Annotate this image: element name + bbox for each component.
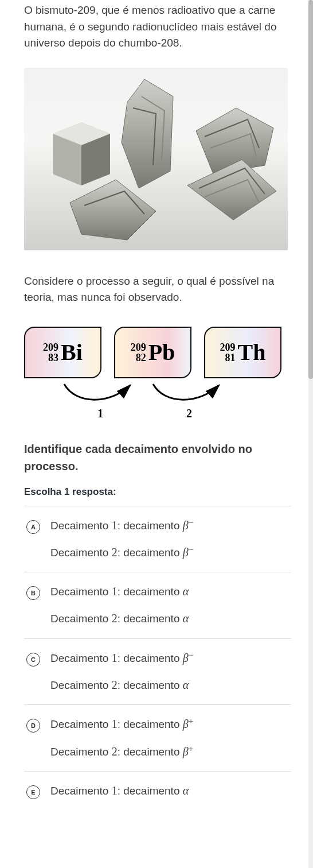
scrollbar[interactable] — [308, 0, 313, 868]
intro-paragraph: O bismuto-209, que é menos radioativo qu… — [24, 2, 291, 52]
option-letter-badge: A — [26, 520, 40, 534]
nuclide-tile-pb: 209 82 Pb — [114, 327, 191, 378]
option-line: Decaimento 1: decaimento β− — [50, 518, 289, 532]
option-line: Decaimento 2: decaimento β+ — [50, 744, 289, 758]
scrollbar-thumb[interactable] — [308, 0, 313, 379]
nuclide-tile-bi: 209 83 Bi — [24, 327, 101, 378]
option-letter-badge: B — [26, 586, 40, 600]
option-letter-badge: E — [26, 785, 40, 799]
option-b[interactable]: B Decaimento 1: decaimento α Decaimento … — [24, 572, 291, 639]
svg-marker-6 — [187, 160, 276, 220]
option-d[interactable]: D Decaimento 1: decaimento β+ Decaimento… — [24, 705, 291, 772]
nuclide-tile-th: 209 81 Th — [204, 327, 281, 378]
option-line: Decaimento 1: decaimento α — [50, 783, 289, 797]
bismuth-crystals-image — [24, 68, 288, 250]
option-e[interactable]: E Decaimento 1: decaimento α — [24, 772, 291, 799]
option-line: Decaimento 2: decaimento α — [50, 677, 289, 692]
option-a[interactable]: A Decaimento 1: decaimento β− Decaimento… — [24, 506, 291, 573]
option-line: Decaimento 2: decaimento α — [50, 611, 289, 625]
svg-marker-7 — [70, 180, 156, 240]
decay-arrows: 1 2 — [24, 383, 291, 423]
choose-one-label: Escolha 1 resposta: — [24, 486, 291, 498]
option-c[interactable]: C Decaimento 1: decaimento β− Decaimento… — [24, 639, 291, 706]
question-prompt: Identifique cada decaimento envolvido no… — [24, 440, 291, 475]
option-line: Decaimento 1: decaimento β+ — [50, 716, 289, 731]
instruction-paragraph: Considere o processo a seguir, o qual é … — [24, 273, 291, 306]
option-letter-badge: C — [26, 653, 40, 666]
decay-diagram: 209 83 Bi 209 82 Pb 209 81 Th — [24, 327, 291, 378]
option-line: Decaimento 1: decaimento α — [50, 584, 289, 598]
option-line: Decaimento 1: decaimento β− — [50, 650, 289, 665]
answer-options: A Decaimento 1: decaimento β− Decaimento… — [24, 506, 291, 800]
svg-marker-4 — [122, 79, 173, 188]
option-letter-badge: D — [26, 719, 40, 733]
option-line: Decaimento 2: decaimento β− — [50, 545, 289, 559]
